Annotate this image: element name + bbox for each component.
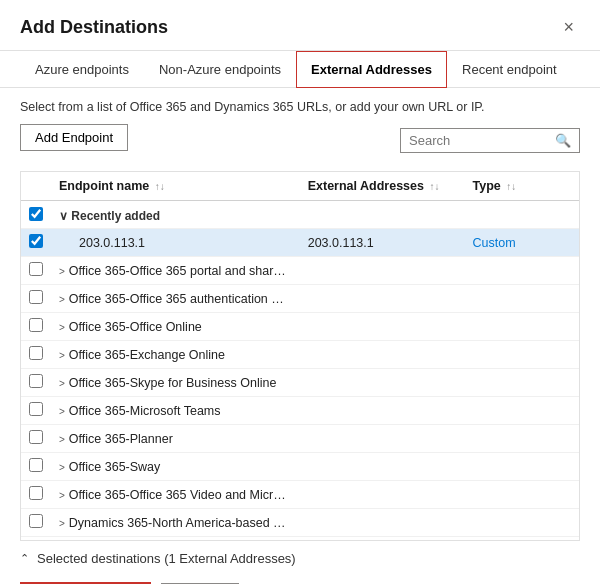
endpoint-type <box>465 313 580 341</box>
sort-icon-type: ↑↓ <box>506 181 516 192</box>
table-row: >Office 365-Office Online <box>21 313 579 341</box>
row-checkbox-cell[interactable] <box>21 257 51 285</box>
row-checkbox-cell[interactable] <box>21 509 51 537</box>
tab-recent[interactable]: Recent endpoint <box>447 51 572 88</box>
endpoint-type <box>465 425 580 453</box>
expand-icon: > <box>59 462 65 473</box>
table-row: >Office 365-Office 365 authentication … <box>21 285 579 313</box>
tab-external[interactable]: External Addresses <box>296 51 447 88</box>
selected-footer-text: Selected destinations (1 External Addres… <box>37 551 296 566</box>
endpoint-name: >Office 365-Office Online <box>51 313 300 341</box>
expand-icon: > <box>59 350 65 361</box>
expand-icon: > <box>59 266 65 277</box>
expand-icon: > <box>59 406 65 417</box>
endpoint-addresses <box>300 313 465 341</box>
sort-icon-name: ↑↓ <box>155 181 165 192</box>
endpoint-addresses <box>300 453 465 481</box>
row-checkbox[interactable] <box>29 318 43 332</box>
search-icon: 🔍 <box>555 133 571 148</box>
row-checkbox-cell[interactable] <box>21 453 51 481</box>
header-endpoint-name[interactable]: Endpoint name ↑↓ <box>51 172 300 201</box>
table-row: >Office 365-Sway <box>21 453 579 481</box>
endpoint-addresses: 203.0.113.1 <box>300 229 465 257</box>
row-checkbox-cell[interactable] <box>21 313 51 341</box>
row-checkbox-cell[interactable] <box>21 285 51 313</box>
row-checkbox-cell[interactable] <box>21 341 51 369</box>
row-checkbox-cell[interactable] <box>21 481 51 509</box>
expand-icon: > <box>59 434 65 445</box>
endpoint-addresses <box>300 285 465 313</box>
row-checkbox[interactable] <box>29 234 43 248</box>
endpoint-name: >Office 365-Office 365 portal and shar… <box>51 257 300 285</box>
row-checkbox[interactable] <box>29 374 43 388</box>
endpoint-name: >Office 365-Skype for Business Online <box>51 369 300 397</box>
endpoint-name: >Office 365-Planner <box>51 425 300 453</box>
group-checkbox-cell[interactable] <box>21 201 51 229</box>
expand-icon: > <box>59 378 65 389</box>
endpoint-type <box>465 509 580 537</box>
endpoint-type <box>465 285 580 313</box>
endpoint-name: >Office 365-Microsoft Teams <box>51 397 300 425</box>
search-bar: 🔍 <box>400 128 580 153</box>
table-row: >Office 365-Microsoft Teams <box>21 397 579 425</box>
table-row: >Office 365-Office 365 portal and shar… <box>21 257 579 285</box>
endpoint-addresses <box>300 425 465 453</box>
expand-icon: > <box>59 490 65 501</box>
row-checkbox[interactable] <box>29 402 43 416</box>
endpoint-name: >Office 365-Office 365 authentication … <box>51 285 300 313</box>
add-endpoint-button[interactable]: Add Endpoint <box>20 124 128 151</box>
sort-icon-addr: ↑↓ <box>429 181 439 192</box>
table-row: >Dynamics 365-North America-based … <box>21 509 579 537</box>
table-row: 203.0.113.1 203.0.113.1 Custom <box>21 229 579 257</box>
row-checkbox[interactable] <box>29 262 43 276</box>
header-external-addresses[interactable]: External Addresses ↑↓ <box>300 172 465 201</box>
dialog-footer: Add endpoints Cancel <box>0 572 600 584</box>
endpoint-name: >Office 365-Office 365 Video and Micr… <box>51 481 300 509</box>
endpoint-addresses <box>300 509 465 537</box>
description-text: Select from a list of Office 365 and Dyn… <box>20 100 580 114</box>
dialog-body: Select from a list of Office 365 and Dyn… <box>0 88 600 572</box>
table-header-row: Endpoint name ↑↓ External Addresses ↑↓ T… <box>21 172 579 201</box>
table-row: >Office 365-Exchange Online <box>21 341 579 369</box>
selected-destinations-footer[interactable]: ⌃ Selected destinations (1 External Addr… <box>20 541 580 572</box>
dialog-title: Add Destinations <box>20 17 168 38</box>
tab-azure[interactable]: Azure endpoints <box>20 51 144 88</box>
tab-bar: Azure endpoints Non-Azure endpoints Exte… <box>0 51 600 88</box>
endpoint-type <box>465 397 580 425</box>
dialog-header: Add Destinations × <box>0 0 600 51</box>
group-checkbox[interactable] <box>29 207 43 221</box>
close-button[interactable]: × <box>557 16 580 38</box>
table-row: >Office 365-Skype for Business Online <box>21 369 579 397</box>
table-row: >Office 365-Office 365 Video and Micr… <box>21 481 579 509</box>
table-row: ∨ Recently added <box>21 201 579 229</box>
endpoint-type <box>465 369 580 397</box>
endpoint-type[interactable]: Custom <box>465 229 580 257</box>
row-checkbox-cell[interactable] <box>21 229 51 257</box>
row-checkbox[interactable] <box>29 346 43 360</box>
expand-icon: > <box>59 294 65 305</box>
endpoint-type <box>465 453 580 481</box>
endpoint-addresses <box>300 369 465 397</box>
type-link[interactable]: Custom <box>473 236 516 250</box>
header-checkbox-cell <box>21 172 51 201</box>
table-row: >Office 365-Planner <box>21 425 579 453</box>
header-type[interactable]: Type ↑↓ <box>465 172 580 201</box>
table-body: ∨ Recently added 203.0.113.1 203.0.113.1… <box>21 201 579 542</box>
chevron-down-icon: ⌃ <box>20 552 29 565</box>
row-checkbox[interactable] <box>29 430 43 444</box>
row-checkbox-cell[interactable] <box>21 369 51 397</box>
endpoint-name: >Office 365-Sway <box>51 453 300 481</box>
row-checkbox-cell[interactable] <box>21 425 51 453</box>
row-checkbox[interactable] <box>29 514 43 528</box>
tab-non-azure[interactable]: Non-Azure endpoints <box>144 51 296 88</box>
row-checkbox-cell[interactable] <box>21 397 51 425</box>
row-checkbox[interactable] <box>29 290 43 304</box>
row-checkbox[interactable] <box>29 486 43 500</box>
expand-icon: > <box>59 322 65 333</box>
endpoint-type <box>465 341 580 369</box>
endpoint-addresses <box>300 257 465 285</box>
expand-icon: > <box>59 518 65 529</box>
add-destinations-dialog: Add Destinations × Azure endpoints Non-A… <box>0 0 600 584</box>
row-checkbox[interactable] <box>29 458 43 472</box>
search-input[interactable] <box>409 133 551 148</box>
